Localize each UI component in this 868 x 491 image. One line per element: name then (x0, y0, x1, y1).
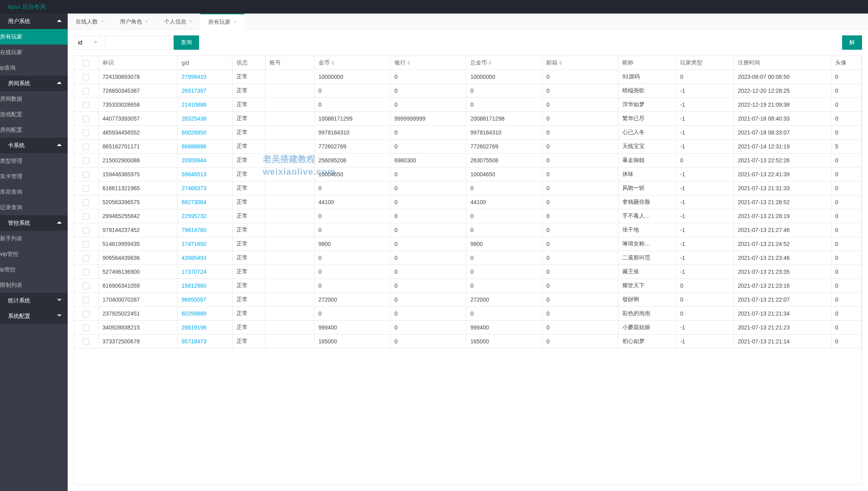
row-checkbox[interactable] (74, 112, 98, 126)
remove-button[interactable]: 解 (842, 35, 862, 50)
cell-gid[interactable]: 21410888 (178, 98, 232, 112)
query-button[interactable]: 查询 (174, 35, 199, 50)
sidebar-item[interactable]: vip管控 (0, 246, 68, 262)
row-checkbox[interactable] (74, 293, 98, 307)
cell-gid[interactable]: 27999410 (178, 70, 232, 84)
row-checkbox[interactable] (74, 70, 98, 84)
row-checkbox[interactable] (74, 321, 98, 335)
cell-ptype: -1 (676, 223, 734, 237)
tab[interactable]: 所有玩家× (200, 14, 244, 29)
cell-avatar: 0 (831, 154, 861, 168)
row-checkbox[interactable] (74, 84, 98, 98)
tab[interactable]: 个人信息× (156, 14, 200, 29)
header-ptype[interactable]: 玩家类型 (676, 56, 734, 70)
cell-gid[interactable]: 17471650 (178, 237, 232, 251)
sidebar-item[interactable]: 库存查询 (0, 184, 68, 200)
sidebar-item[interactable]: 记录查询 (0, 200, 68, 215)
header-account[interactable]: 账号 (266, 56, 314, 70)
sidebar-item[interactable]: 限制列表 (0, 277, 68, 293)
sidebar-group[interactable]: 管控系统 (0, 215, 68, 231)
row-checkbox[interactable] (74, 223, 98, 237)
cell-gold: 999400 (314, 321, 390, 335)
sidebar-item[interactable]: 所有玩家 (0, 29, 68, 45)
cell-gid[interactable]: 20959944 (178, 154, 232, 168)
cell-email: 0 (542, 126, 618, 140)
cell-gold: 0 (314, 279, 390, 293)
sidebar-item[interactable]: 房间数据 (0, 91, 68, 107)
sidebar-item[interactable]: 实卡管理 (0, 169, 68, 184)
cell-gid[interactable]: 60028950 (178, 126, 232, 140)
cell-gid[interactable]: 60299889 (178, 307, 232, 321)
header-checkbox[interactable] (74, 56, 98, 70)
close-icon[interactable]: × (145, 14, 148, 29)
cell-total: 263075508 (466, 154, 542, 168)
tab[interactable]: 用户角色× (112, 14, 156, 29)
cell-status: 正常 (232, 279, 266, 293)
row-checkbox[interactable] (74, 126, 98, 140)
cell-avatar: 5 (831, 140, 861, 154)
sidebar-item[interactable]: 新手列表 (0, 231, 68, 246)
row-checkbox[interactable] (74, 265, 98, 279)
cell-gid[interactable]: 27466373 (178, 181, 232, 195)
cell-gid[interactable]: 88888886 (178, 140, 232, 154)
sidebar-group[interactable]: 卡系统 (0, 138, 68, 153)
close-icon[interactable]: × (190, 14, 192, 29)
header-gold[interactable]: 金币 (314, 56, 390, 70)
cell-status: 正常 (232, 237, 266, 251)
cell-gid[interactable]: 28325438 (178, 112, 232, 126)
cell-ident: 159446365975 (98, 168, 178, 181)
cell-bank: 0 (390, 293, 466, 307)
row-checkbox[interactable] (74, 168, 98, 181)
row-checkbox[interactable] (74, 307, 98, 321)
sidebar-item[interactable]: 在线玩家 (0, 45, 68, 60)
sidebar-item[interactable]: 游戏配置 (0, 107, 68, 122)
cell-gid[interactable]: 26917397 (178, 84, 232, 98)
header-email[interactable]: 邮箱 (542, 56, 618, 70)
row-checkbox[interactable] (74, 98, 98, 112)
row-checkbox[interactable] (74, 140, 98, 154)
sidebar-group[interactable]: 统计系统 (0, 293, 68, 308)
cell-gid[interactable]: 17370724 (178, 265, 232, 279)
cell-gid[interactable]: 95718473 (178, 335, 232, 349)
header-gid[interactable]: gid (178, 56, 232, 70)
cell-gid[interactable]: 79814760 (178, 223, 232, 237)
header-regtime[interactable]: 注册时间 (734, 56, 831, 70)
cell-gid[interactable]: 28619196 (178, 321, 232, 335)
header-bank[interactable]: 银行 (390, 56, 466, 70)
cell-gid[interactable]: 22595732 (178, 209, 232, 223)
row-checkbox[interactable] (74, 195, 98, 209)
tab[interactable]: 在线人数× (68, 14, 112, 29)
row-checkbox[interactable] (74, 335, 98, 349)
row-checkbox[interactable] (74, 237, 98, 251)
cell-gid[interactable]: 96855097 (178, 293, 232, 307)
header-status[interactable]: 状态 (232, 56, 266, 70)
cell-gid[interactable]: 15812960 (178, 279, 232, 293)
cell-gid[interactable]: 68273084 (178, 195, 232, 209)
cell-gid[interactable]: 43985493 (178, 251, 232, 265)
close-icon[interactable]: × (234, 14, 237, 29)
sidebar-item[interactable]: 房间配置 (0, 122, 68, 138)
app-header: layui 后台布局 (0, 0, 868, 14)
sidebar-group[interactable]: 系统配置 (0, 308, 68, 324)
sidebar-item[interactable]: 类型管理 (0, 153, 68, 169)
cell-account (266, 98, 314, 112)
sidebar-item[interactable]: ip查询 (0, 60, 68, 76)
row-checkbox[interactable] (74, 251, 98, 265)
sidebar-item[interactable]: ip管控 (0, 262, 68, 277)
cell-gid[interactable]: 59846513 (178, 168, 232, 181)
header-nick[interactable]: 昵称 (618, 56, 676, 70)
row-checkbox[interactable] (74, 154, 98, 168)
header-ident[interactable]: 标识 (98, 56, 178, 70)
row-checkbox[interactable] (74, 181, 98, 195)
header-total-gold[interactable]: 总金币 (466, 56, 542, 70)
header-avatar[interactable]: 头像 (831, 56, 861, 70)
close-icon[interactable]: × (101, 14, 104, 29)
row-checkbox[interactable] (74, 209, 98, 223)
cell-nick: 拿钱砸你脸 (618, 195, 676, 209)
row-checkbox[interactable] (74, 279, 98, 293)
cell-total: 44100 (466, 195, 542, 209)
sidebar-group[interactable]: 用户系统 (0, 14, 68, 29)
filter-select[interactable] (74, 35, 102, 50)
filter-text-input[interactable] (105, 35, 170, 50)
sidebar-group[interactable]: 房间系统 (0, 76, 68, 91)
